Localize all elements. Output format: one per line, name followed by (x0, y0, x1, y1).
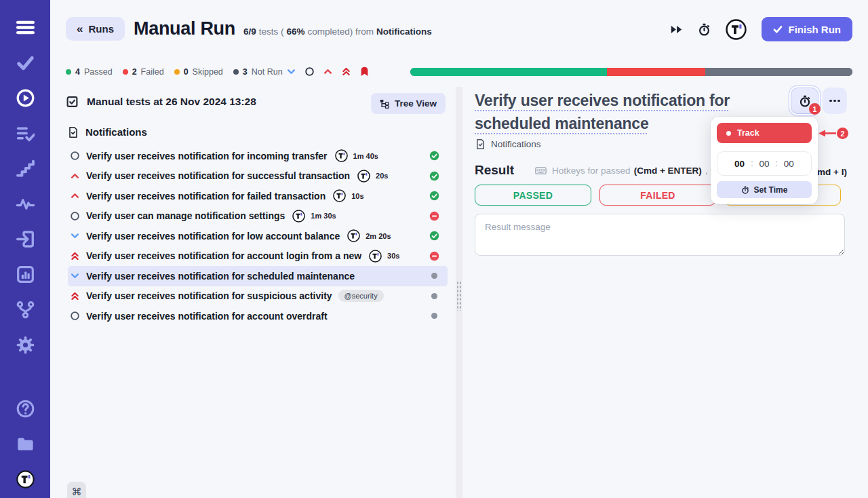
result-message-input[interactable] (475, 214, 845, 256)
sidebar-item-import[interactable] (16, 230, 35, 248)
keyboard-icon (535, 165, 547, 176)
minutes-value[interactable]: 00 (759, 159, 769, 169)
filter-high-priority[interactable] (323, 66, 333, 77)
filter-blocker-priority[interactable] (359, 66, 370, 77)
run-stat-not-run: 3Not Run (233, 67, 283, 77)
back-label: Runs (88, 23, 114, 35)
test-row-title: Verify user receives notification for ac… (86, 311, 328, 322)
fast-forward-icon[interactable] (670, 23, 683, 36)
test-row[interactable]: Verify user receives notification for su… (68, 166, 448, 187)
command-key-hint[interactable]: ⌘ (67, 482, 86, 498)
test-rows: Verify user receives notification for in… (58, 146, 448, 326)
normal-priority-icon (304, 66, 315, 77)
test-duration: 2m 20s (366, 232, 391, 240)
test-row[interactable]: Verify user receives notification for ac… (68, 306, 448, 326)
annotation-badge-1: 1 (809, 103, 821, 115)
panel-resizer[interactable] (456, 87, 462, 498)
file-check-icon (68, 127, 79, 138)
sidebar-item-test-plans[interactable] (16, 124, 35, 142)
result-passed-button[interactable]: PASSED (475, 185, 591, 206)
tests-count: 6/9 (243, 26, 256, 37)
more-options-button[interactable] (823, 88, 847, 114)
test-duration: 1m 40s (353, 152, 378, 160)
progress-segment-failed (607, 68, 705, 76)
menu-icon (16, 18, 35, 37)
stopwatch-icon (799, 95, 811, 107)
sidebar-item-projects[interactable] (16, 435, 35, 453)
stat-label: Not Run (252, 67, 283, 77)
ellipsis-icon (829, 100, 831, 102)
test-row-title: Verify user can manage notification sett… (86, 210, 285, 221)
tree-view-button[interactable]: Tree View (371, 93, 446, 114)
sidebar-item-runs[interactable] (16, 89, 35, 107)
test-row[interactable]: Verify user receives notification for sc… (68, 266, 448, 286)
sidebar-item-pulse[interactable] (16, 195, 35, 213)
tree-icon (380, 99, 389, 109)
annotation-arrow-icon (818, 128, 836, 138)
integrations-icon (16, 301, 35, 319)
priority-low-icon (70, 231, 80, 241)
test-tag: @security (338, 290, 384, 302)
sidebar-item-tests[interactable] (16, 54, 35, 72)
breadcrumb[interactable]: Notifications (475, 139, 541, 149)
check-icon (773, 24, 783, 34)
finish-run-button[interactable]: Finish Run (762, 17, 853, 41)
subtitle-text: tests ( (259, 26, 284, 37)
run-progress-subtitle: 6/9 tests ( 66% completed) from Notifica… (243, 26, 432, 37)
hours-value[interactable]: 00 (734, 159, 745, 169)
sidebar-item-milestones[interactable] (16, 159, 35, 178)
sidebar-item-integrations[interactable] (16, 301, 35, 319)
test-row[interactable]: Verify user receives notification for in… (68, 146, 448, 166)
stopwatch-icon[interactable] (698, 23, 711, 36)
sidebar-item-logo[interactable] (16, 470, 35, 489)
status-dot-icon (174, 69, 180, 75)
test-row[interactable]: Verify user receives notification for lo… (68, 226, 448, 246)
subtitle-text: completed) from (308, 26, 374, 37)
sidebar-item-settings[interactable] (16, 336, 35, 354)
sidebar-item-help[interactable] (16, 400, 35, 418)
app-root: { "sidebar": { "items": [ {"id":"menu","… (0, 0, 868, 498)
status-passed-icon (429, 231, 439, 241)
result-header-row: Result Hotkeys for passed (Cmd + ENTER) … (475, 163, 732, 178)
back-to-runs-button[interactable]: « Runs (66, 17, 125, 41)
set-time-button[interactable]: Set Time (717, 181, 812, 198)
app-logo-icon[interactable] (726, 19, 747, 40)
tree-view-label: Tree View (395, 98, 437, 109)
result-section-title: Result (475, 163, 514, 178)
stat-count: 2 (132, 67, 137, 77)
test-row-title: Verify user receives notification for su… (86, 290, 332, 301)
hotkeys-text: Hotkeys for passed (552, 166, 631, 176)
file-check-icon (475, 139, 486, 149)
sidebar-item-menu[interactable] (16, 18, 35, 37)
low-priority-icon (286, 66, 296, 77)
time-input[interactable]: 00 : 00 : 00 (717, 151, 812, 176)
breadcrumb-label: Notifications (491, 139, 541, 149)
result-failed-button[interactable]: FAILED (599, 185, 716, 206)
filter-low-priority[interactable] (286, 66, 296, 77)
seconds-value[interactable]: 00 (784, 159, 794, 169)
import-icon (16, 230, 35, 248)
test-row[interactable]: Verify user receives notification for fa… (68, 186, 448, 206)
test-row-title: Verify user receives notification for fa… (86, 191, 326, 202)
test-duration: 10s (351, 192, 363, 200)
filter-normal-priority[interactable] (304, 66, 315, 77)
test-row[interactable]: Verify user receives notification for su… (68, 286, 448, 307)
suite-name: Notifications (376, 26, 432, 37)
status-not_run-icon (429, 291, 439, 301)
test-row[interactable]: Verify user can manage notification sett… (68, 206, 448, 227)
track-button[interactable]: Track (717, 123, 812, 143)
sidebar-item-analytics[interactable] (16, 265, 35, 284)
test-duration: 1m 30s (311, 212, 336, 220)
status-passed-icon (429, 171, 439, 181)
test-row[interactable]: Verify user receives notification for ac… (68, 246, 448, 267)
hotkey-combo: (Cmd + ENTER) (634, 166, 702, 176)
set-time-label: Set Time (754, 185, 788, 195)
hotkey-combo-partial: md + I) (817, 167, 847, 177)
help-icon (16, 400, 35, 418)
run-stat-failed: 2Failed (123, 67, 164, 77)
run-name: Manual tests at 26 Nov 2024 13:28 (87, 96, 256, 108)
suite-group-header[interactable]: Notifications (68, 126, 147, 138)
priority-low-icon (70, 271, 80, 281)
filter-critical-priority[interactable] (341, 66, 351, 77)
finish-run-label: Finish Run (789, 24, 842, 35)
